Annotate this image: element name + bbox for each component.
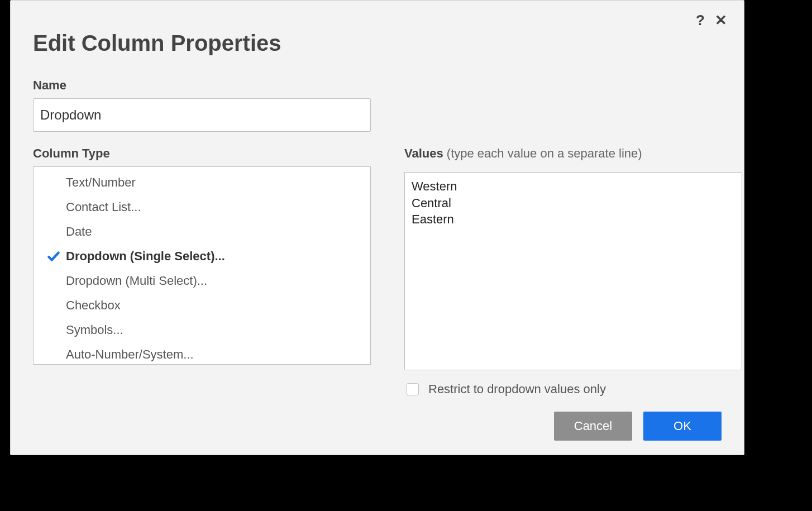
dialog-footer: Cancel OK bbox=[554, 412, 722, 441]
name-label: Name bbox=[33, 78, 722, 93]
restrict-label[interactable]: Restrict to dropdown values only bbox=[428, 382, 606, 397]
column-type-option-label: Dropdown (Single Select)... bbox=[66, 249, 225, 264]
column-type-option[interactable]: Date bbox=[34, 219, 370, 244]
column-type-option-label: Symbols... bbox=[66, 323, 123, 337]
values-label: Values bbox=[404, 146, 443, 160]
edit-column-properties-dialog: ? ✕ Edit Column Properties Name Column T… bbox=[10, 0, 744, 455]
column-type-option[interactable]: Checkbox bbox=[34, 293, 370, 318]
column-type-option-label: Auto-Number/System... bbox=[66, 347, 194, 362]
values-textarea[interactable] bbox=[404, 172, 742, 370]
column-type-option[interactable]: Contact List... bbox=[34, 195, 370, 219]
dialog-title: Edit Column Properties bbox=[33, 31, 722, 56]
column-type-option-label: Text/Number bbox=[66, 175, 136, 190]
dialog-topbar: ? ✕ bbox=[696, 13, 727, 27]
cancel-button[interactable]: Cancel bbox=[554, 412, 632, 441]
column-type-option[interactable]: Dropdown (Multi Select)... bbox=[34, 269, 370, 293]
column-type-option[interactable]: Symbols... bbox=[34, 318, 370, 342]
column-type-option[interactable]: Dropdown (Single Select)... bbox=[34, 244, 370, 269]
restrict-checkbox[interactable] bbox=[407, 383, 419, 395]
column-type-option-label: Checkbox bbox=[66, 298, 121, 313]
column-type-option-label: Dropdown (Multi Select)... bbox=[66, 274, 207, 288]
help-icon[interactable]: ? bbox=[696, 13, 705, 27]
column-type-option[interactable]: Text/Number bbox=[34, 170, 370, 195]
column-type-option-label: Contact List... bbox=[66, 200, 141, 214]
values-label-wrap: Values (type each value on a separate li… bbox=[404, 146, 742, 161]
ok-button[interactable]: OK bbox=[643, 412, 722, 441]
values-hint: (type each value on a separate line) bbox=[447, 146, 642, 160]
column-type-option-label: Date bbox=[66, 225, 92, 239]
column-type-listbox[interactable]: Text/NumberContact List...DateDropdown (… bbox=[33, 166, 371, 365]
column-type-label: Column Type bbox=[33, 146, 371, 161]
check-icon bbox=[41, 249, 66, 264]
close-icon[interactable]: ✕ bbox=[715, 13, 727, 27]
column-type-option[interactable]: Auto-Number/System... bbox=[34, 342, 370, 367]
name-input[interactable] bbox=[33, 98, 371, 132]
